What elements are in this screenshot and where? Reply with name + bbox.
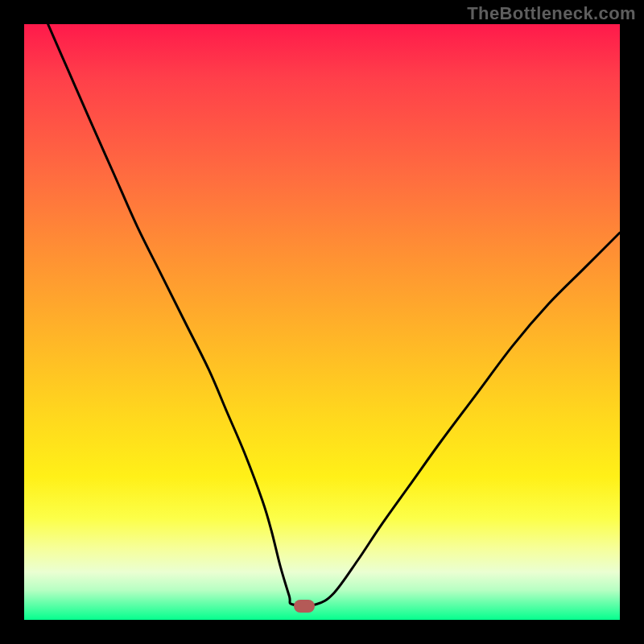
watermark-text: TheBottleneck.com [467,3,636,24]
bottleneck-curve [48,24,620,605]
plot-area [24,24,620,620]
chart-frame: TheBottleneck.com [0,0,644,644]
optimum-marker [294,600,315,613]
curve-svg [24,24,620,620]
